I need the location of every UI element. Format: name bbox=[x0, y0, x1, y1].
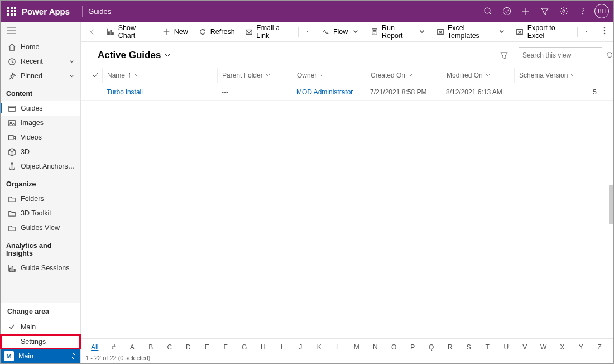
user-avatar[interactable]: BH bbox=[594, 4, 609, 18]
alpha-a[interactable]: A bbox=[123, 343, 142, 351]
alpha-g[interactable]: G bbox=[235, 343, 254, 351]
settings-icon[interactable] bbox=[554, 1, 573, 22]
col-name[interactable]: Name bbox=[102, 68, 217, 83]
alpha-f[interactable]: F bbox=[217, 343, 236, 351]
col-created-on[interactable]: Created On bbox=[366, 68, 442, 83]
svg-line-1 bbox=[490, 13, 492, 15]
alpha-p[interactable]: P bbox=[404, 343, 423, 351]
add-icon[interactable] bbox=[516, 1, 535, 22]
alpha-k[interactable]: K bbox=[310, 343, 329, 351]
nav-pinned[interactable]: Pinned bbox=[1, 69, 80, 83]
col-schema-version[interactable]: Schema Version bbox=[514, 68, 587, 83]
help-icon[interactable] bbox=[573, 1, 592, 22]
scrollbar[interactable] bbox=[608, 68, 613, 341]
section-content: Content bbox=[1, 83, 80, 101]
alpha-o[interactable]: O bbox=[385, 343, 404, 351]
alpha-e[interactable]: E bbox=[198, 343, 217, 351]
col-modified-on[interactable]: Modified On bbox=[442, 68, 514, 83]
sidebar: HomeRecentPinned ContentGuidesImagesVide… bbox=[1, 22, 81, 363]
alpha-i[interactable]: I bbox=[272, 343, 291, 351]
cmd-export-to-excel-more[interactable] bbox=[580, 24, 594, 40]
alpha-h[interactable]: H bbox=[254, 343, 273, 351]
area-option-main[interactable]: Main bbox=[1, 320, 80, 334]
alpha-n[interactable]: N bbox=[366, 343, 385, 351]
cmd-email-a-link-more[interactable] bbox=[301, 24, 315, 40]
context-label[interactable]: Guides bbox=[88, 7, 111, 16]
app-launcher-icon[interactable] bbox=[7, 7, 16, 16]
col-owner[interactable]: Owner bbox=[292, 68, 366, 83]
data-grid: Name Parent Folder Owner Created On Modi… bbox=[81, 68, 613, 363]
nav-guide-sessions[interactable]: Guide Sessions bbox=[1, 261, 80, 275]
table-row[interactable]: Turbo install---MOD Administrator7/21/20… bbox=[81, 83, 613, 101]
filter-icon[interactable] bbox=[535, 1, 554, 22]
nav-3d[interactable]: 3D bbox=[1, 145, 80, 159]
cmd-show-chart[interactable]: Show Chart bbox=[102, 24, 156, 40]
svg-point-2 bbox=[503, 8, 511, 15]
cmd-export-to-excel[interactable]: Export to Excel bbox=[511, 24, 575, 40]
menu-toggle[interactable] bbox=[1, 22, 80, 40]
nav-3d-toolkit[interactable]: 3D Toolkit bbox=[1, 206, 80, 221]
svg-rect-22 bbox=[113, 32, 114, 35]
more-commands-button[interactable] bbox=[599, 26, 610, 37]
alpha-j[interactable]: J bbox=[291, 343, 310, 351]
chevron-down-icon bbox=[164, 52, 171, 59]
cell-name[interactable]: Turbo install bbox=[102, 88, 217, 96]
alpha-r[interactable]: R bbox=[441, 343, 460, 351]
nav-recent[interactable]: Recent bbox=[1, 54, 80, 69]
cmd-new[interactable]: New bbox=[157, 24, 193, 40]
image-icon bbox=[7, 118, 16, 127]
nav-object-anchors-prev-[interactable]: Object Anchors (Prev... bbox=[1, 159, 80, 174]
svg-point-35 bbox=[607, 52, 612, 58]
nav-images[interactable]: Images bbox=[1, 116, 80, 130]
cell-owner[interactable]: MOD Administrator bbox=[292, 88, 366, 96]
cell-modified: 8/12/2021 6:13 AM bbox=[442, 88, 514, 96]
alpha-y[interactable]: Y bbox=[572, 343, 591, 351]
alpha-c[interactable]: C bbox=[160, 343, 179, 351]
alpha-w[interactable]: W bbox=[534, 343, 553, 351]
alpha-q[interactable]: Q bbox=[422, 343, 441, 351]
alpha-m[interactable]: M bbox=[347, 343, 366, 351]
alpha-u[interactable]: U bbox=[497, 343, 516, 351]
cmd-flow[interactable]: Flow bbox=[316, 24, 364, 40]
alpha-d[interactable]: D bbox=[179, 343, 198, 351]
task-icon[interactable] bbox=[497, 1, 516, 22]
chevron-down-icon bbox=[497, 27, 506, 36]
alpha-v[interactable]: V bbox=[516, 343, 535, 351]
cmd-excel-templates[interactable]: Excel Templates bbox=[431, 24, 510, 40]
clock-icon bbox=[7, 57, 16, 66]
alpha-b[interactable]: B bbox=[142, 343, 161, 351]
svg-point-16 bbox=[11, 162, 13, 165]
alpha-s[interactable]: S bbox=[459, 343, 478, 351]
mail-icon bbox=[245, 27, 253, 36]
col-parent-folder[interactable]: Parent Folder bbox=[217, 68, 292, 83]
area-badge: M bbox=[4, 351, 14, 361]
svg-point-32 bbox=[604, 27, 606, 29]
view-search[interactable] bbox=[519, 47, 602, 63]
view-selector[interactable]: Active Guides bbox=[98, 50, 171, 61]
alpha-l[interactable]: L bbox=[329, 343, 348, 351]
cell-schema: 5 bbox=[514, 88, 613, 96]
area-option-settings[interactable]: Settings bbox=[1, 334, 80, 349]
nav-videos[interactable]: Videos bbox=[1, 130, 80, 145]
cmd-refresh[interactable]: Refresh bbox=[194, 24, 239, 40]
alpha-x[interactable]: X bbox=[553, 343, 572, 351]
nav-home[interactable]: Home bbox=[1, 40, 80, 54]
alpha-t[interactable]: T bbox=[478, 343, 497, 351]
alpha-#[interactable]: # bbox=[104, 343, 123, 351]
select-all[interactable] bbox=[89, 72, 102, 79]
column-filter-button[interactable] bbox=[496, 47, 512, 63]
svg-rect-25 bbox=[246, 30, 252, 34]
alpha-all[interactable]: All bbox=[85, 343, 104, 351]
back-button[interactable] bbox=[84, 24, 100, 40]
alpha-z[interactable]: Z bbox=[591, 343, 610, 351]
search-icon[interactable] bbox=[478, 1, 497, 22]
cmd-run-report[interactable]: Run Report bbox=[366, 24, 430, 40]
svg-rect-11 bbox=[8, 106, 15, 111]
search-input[interactable] bbox=[522, 51, 606, 59]
nav-folders[interactable]: Folders bbox=[1, 191, 80, 206]
search-icon bbox=[606, 51, 614, 59]
nav-guides[interactable]: Guides bbox=[1, 101, 80, 116]
current-area-button[interactable]: M Main bbox=[1, 349, 80, 363]
cmd-email-a-link[interactable]: Email a Link bbox=[241, 24, 296, 40]
nav-guides-view[interactable]: Guides View bbox=[1, 221, 80, 235]
